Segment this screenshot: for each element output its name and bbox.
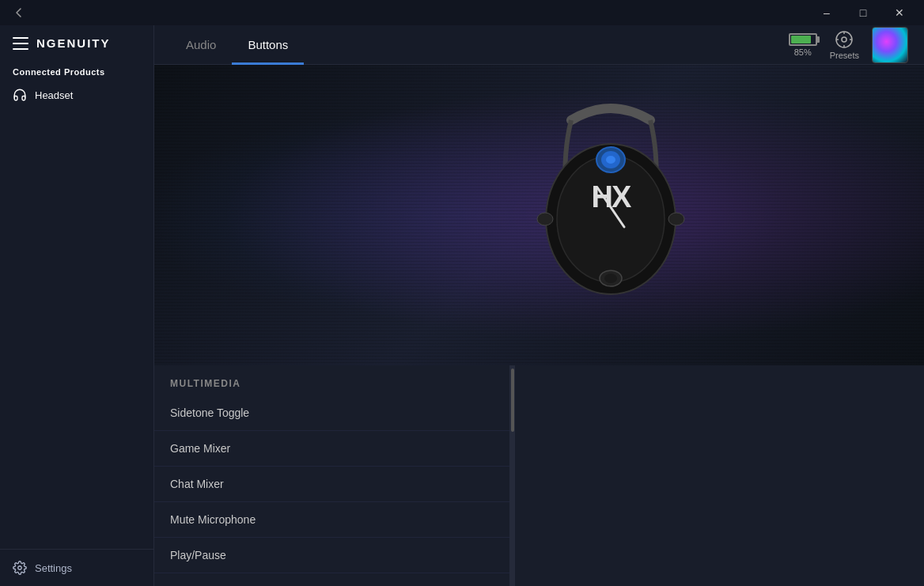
svg-point-16 — [668, 213, 684, 225]
minimize-button[interactable]: – — [808, 0, 845, 25]
list-panel: MULTIMEDIA Sidetone Toggle Game Mixer Ch… — [154, 365, 510, 586]
battery-section: 85% — [789, 33, 817, 57]
headset-area: HX — [154, 65, 924, 365]
list-item-next[interactable]: Next — [154, 573, 509, 586]
scrollbar-thumb[interactable] — [511, 369, 514, 432]
presets-section[interactable]: Presets — [830, 30, 859, 60]
app-body: NGENUITY Connected Products Headset Sett… — [0, 25, 924, 586]
main-content: Audio Buttons 85% — [154, 25, 924, 586]
battery-percent: 85% — [794, 47, 812, 57]
battery-icon — [789, 33, 817, 46]
presets-label: Presets — [830, 51, 859, 60]
titlebar: – □ ✕ — [0, 0, 924, 25]
battery-fill — [791, 36, 812, 43]
lower-panel: MULTIMEDIA Sidetone Toggle Game Mixer Ch… — [154, 365, 924, 586]
topbar: Audio Buttons 85% — [154, 25, 924, 65]
list-item-mute-microphone[interactable]: Mute Microphone — [154, 502, 509, 538]
settings-icon — [13, 561, 27, 575]
right-panel — [515, 365, 924, 586]
list-item-game-mixer[interactable]: Game Mixer — [154, 431, 509, 467]
sidebar-item-headset[interactable]: Headset — [0, 80, 153, 110]
svg-point-2 — [842, 37, 846, 42]
svg-point-11 — [604, 274, 617, 283]
svg-point-14 — [606, 156, 615, 164]
list-item-play-pause[interactable]: Play/Pause — [154, 538, 509, 573]
settings-label: Settings — [35, 562, 72, 574]
preset-thumbnail[interactable] — [872, 27, 908, 63]
multimedia-section-header: MULTIMEDIA — [154, 365, 509, 395]
hamburger-icon[interactable] — [13, 37, 28, 50]
headset-product-image: HX — [504, 89, 718, 326]
titlebar-left — [6, 3, 32, 22]
headset-image-wrapper: HX — [492, 73, 729, 342]
presets-icon — [835, 30, 854, 49]
list-item-chat-mixer[interactable]: Chat Mixer — [154, 467, 509, 502]
svg-point-8 — [557, 156, 665, 282]
svg-point-15 — [537, 213, 553, 225]
tab-buttons[interactable]: Buttons — [232, 27, 304, 65]
sidebar-header: NGENUITY — [0, 25, 153, 61]
list-item-sidetone-toggle[interactable]: Sidetone Toggle — [154, 395, 509, 431]
close-button[interactable]: ✕ — [881, 0, 918, 25]
headset-label: Headset — [35, 89, 73, 101]
tab-audio[interactable]: Audio — [170, 27, 232, 65]
back-button[interactable] — [6, 3, 32, 22]
topbar-right: 85% Presets — [789, 27, 908, 63]
brand-name: NGENUITY — [36, 36, 111, 50]
sidebar: NGENUITY Connected Products Headset Sett… — [0, 25, 154, 586]
tab-bar: Audio Buttons — [170, 25, 304, 65]
connected-products-label: Connected Products — [0, 61, 153, 80]
window-controls: – □ ✕ — [808, 0, 918, 25]
svg-point-0 — [18, 566, 22, 570]
maximize-button[interactable]: □ — [845, 0, 881, 25]
headset-icon — [13, 88, 27, 102]
settings-item[interactable]: Settings — [0, 549, 153, 586]
